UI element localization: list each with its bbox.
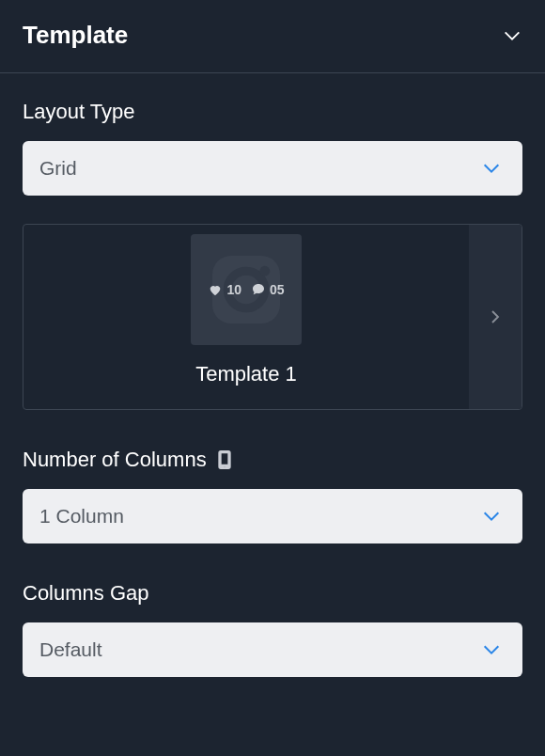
section-title: Template <box>23 21 128 50</box>
comments-count: 05 <box>270 282 285 297</box>
columns-label: Number of Columns <box>23 448 522 472</box>
comment-icon <box>251 282 266 297</box>
likes-count: 10 <box>226 282 241 297</box>
chevron-right-icon <box>487 304 504 330</box>
layout-type-select[interactable]: Grid <box>23 141 522 196</box>
columns-select[interactable]: 1 Column <box>23 489 522 543</box>
next-template-button[interactable] <box>469 225 522 409</box>
columns-label-text: Number of Columns <box>23 448 207 472</box>
layout-type-value: Grid <box>39 157 77 180</box>
template-name: Template 1 <box>195 362 297 386</box>
svg-point-2 <box>259 266 270 276</box>
chevron-down-icon <box>502 25 522 46</box>
chevron-down-icon <box>481 506 502 527</box>
layout-type-label: Layout Type <box>23 100 522 124</box>
template-stats: 10 05 <box>208 282 284 297</box>
columns-gap-label: Columns Gap <box>23 581 522 606</box>
columns-value: 1 Column <box>39 505 124 528</box>
template-preview-carousel: 10 05 Template 1 <box>23 224 522 410</box>
template-card[interactable]: 10 05 Template 1 <box>23 225 469 409</box>
responsive-device-icon[interactable] <box>216 449 233 471</box>
svg-rect-4 <box>221 453 228 465</box>
svg-point-5 <box>224 465 226 467</box>
template-thumbnail: 10 05 <box>191 234 302 345</box>
heart-icon <box>208 282 223 297</box>
template-panel: Template Layout Type Grid <box>0 0 545 756</box>
chevron-down-icon <box>481 639 502 660</box>
columns-gap-select[interactable]: Default <box>23 622 522 677</box>
chevron-down-icon <box>481 158 502 179</box>
panel-body: Layout Type Grid <box>0 73 545 677</box>
columns-gap-value: Default <box>39 638 102 661</box>
template-section-header[interactable]: Template <box>0 0 545 73</box>
